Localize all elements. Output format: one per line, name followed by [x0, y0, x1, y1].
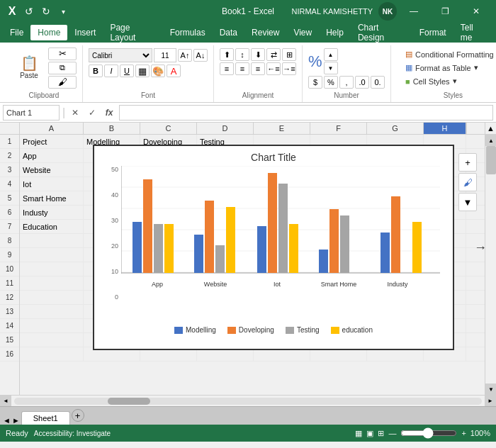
chart-add-element-button[interactable]: + [458, 153, 477, 172]
vertical-scrollbar-top[interactable]: ▲ [485, 123, 496, 134]
number-up-button[interactable]: ▲ [324, 48, 338, 61]
legend-modelling-color [174, 327, 183, 334]
conditional-formatting-button[interactable]: ▤ Conditional Formatting ▾ [401, 48, 496, 60]
scroll-left-button[interactable]: ◄ [0, 396, 11, 407]
menu-view[interactable]: View [286, 25, 319, 40]
indent-increase-button[interactable]: →≡ [282, 62, 296, 75]
align-middle-button[interactable]: ↕ [235, 48, 249, 61]
vertical-scrollbar[interactable]: ▲ ▼ [485, 135, 496, 395]
copy-button[interactable]: ⧉ [48, 62, 77, 74]
font-color-button[interactable]: A [167, 65, 181, 77]
cell-14-1[interactable] [20, 319, 84, 332]
menu-tell-me[interactable]: Tell me [453, 20, 493, 45]
cell-7-1[interactable]: Education [20, 220, 84, 233]
percent-icon: % [308, 52, 322, 71]
paste-button[interactable]: 📋 Paste [11, 53, 47, 82]
sheet-tab-1[interactable]: Sheet1 [21, 411, 70, 425]
normal-view-button[interactable]: ▦ [355, 429, 362, 438]
format-as-table-label: Format as Table [415, 64, 471, 72]
italic-button[interactable]: I [104, 65, 118, 77]
increase-font-button[interactable]: A↑ [178, 49, 192, 62]
redo-button[interactable]: ↻ [40, 5, 52, 18]
menu-page-layout[interactable]: Page Layout [103, 20, 162, 45]
cell-1-1[interactable]: Project [20, 135, 84, 148]
page-break-button[interactable]: ⊞ [378, 429, 384, 438]
menu-file[interactable]: File [3, 25, 30, 40]
menu-home[interactable]: Home [30, 25, 67, 40]
accounting-button[interactable]: $ [308, 76, 322, 89]
cut-button[interactable]: ✂ [48, 47, 77, 60]
decrease-font-button[interactable]: A↓ [193, 49, 208, 62]
wrap-text-button[interactable]: ⇄ [266, 48, 281, 61]
horizontal-scrollbar[interactable]: ◄ ► [0, 395, 496, 406]
minus-zoom-button[interactable]: — [388, 429, 396, 437]
indent-decrease-button[interactable]: ←≡ [266, 62, 281, 75]
cell-16-1[interactable] [20, 347, 84, 361]
row-num-8: 8 [0, 234, 19, 248]
name-box[interactable] [3, 105, 60, 121]
scroll-down-button[interactable]: ▼ [485, 383, 496, 395]
scroll-up-button[interactable]: ▲ [485, 135, 496, 146]
cell-8-1[interactable] [20, 234, 84, 247]
bold-button[interactable]: B [89, 65, 103, 77]
scroll-tab-right[interactable]: ► [12, 416, 20, 425]
plus-zoom-button[interactable]: + [461, 429, 466, 437]
align-bottom-button[interactable]: ⬇ [251, 48, 265, 61]
scroll-right-button[interactable]: ► [485, 396, 496, 407]
merge-button[interactable]: ⊞ [282, 48, 296, 61]
border-button[interactable]: ▦ [135, 65, 150, 77]
font-family-select[interactable]: Calibri [89, 48, 152, 62]
chart-resize-handle[interactable]: → [474, 240, 485, 255]
chart-filter-button[interactable]: ▼ [458, 193, 477, 211]
add-sheet-button[interactable]: + [72, 409, 84, 422]
format-as-table-button[interactable]: ▦ Format as Table ▾ [401, 62, 496, 74]
menu-review[interactable]: Review [244, 25, 286, 40]
font-size-input[interactable] [154, 48, 176, 62]
formula-input[interactable] [119, 105, 493, 121]
formula-function-button[interactable]: fx [102, 106, 116, 120]
menu-chart-design[interactable]: Chart Design [351, 20, 412, 45]
cell-styles-button[interactable]: ■ Cell Styles ▾ [401, 75, 496, 87]
format-painter-button[interactable]: 🖌 [48, 76, 77, 89]
cell-5-1[interactable]: Smart Home [20, 191, 84, 205]
decimal-decrease-button[interactable]: 0. [371, 76, 385, 89]
menu-data[interactable]: Data [213, 25, 244, 40]
cell-12-1[interactable] [20, 291, 84, 304]
page-layout-button[interactable]: ▣ [366, 429, 373, 438]
menu-formulas[interactable]: Formulas [163, 25, 213, 40]
chart-style-button[interactable]: 🖌 [458, 173, 477, 191]
number-down-button[interactable]: ▼ [324, 62, 338, 74]
menu-insert[interactable]: Insert [67, 25, 103, 40]
decimal-increase-button[interactable]: .0 [355, 76, 369, 89]
scroll-tab-left[interactable]: ◄ [3, 416, 11, 425]
comma-button[interactable]: , [339, 76, 354, 89]
scroll-thumb-vertical[interactable] [486, 146, 496, 174]
styles-group: ▤ Conditional Formatting ▾ ▦ Format as T… [391, 45, 496, 102]
menu-help[interactable]: Help [319, 25, 351, 40]
user-avatar[interactable]: NK [378, 2, 397, 21]
zoom-slider[interactable] [400, 427, 457, 439]
undo-button[interactable]: ↺ [23, 5, 35, 18]
align-center-button[interactable]: ≡ [235, 62, 249, 75]
formula-confirm-button[interactable]: ✓ [85, 106, 99, 120]
percent-button[interactable]: % [324, 76, 338, 89]
align-left-button[interactable]: ≡ [220, 62, 234, 75]
cell-15-1[interactable] [20, 333, 84, 347]
cell-9-1[interactable] [20, 248, 84, 262]
formula-cancel-button[interactable]: ✕ [68, 106, 82, 120]
align-right-button[interactable]: ≡ [251, 62, 265, 75]
cell-2-1[interactable]: App [20, 149, 84, 162]
cell-11-1[interactable] [20, 276, 84, 290]
scroll-thumb-horizontal[interactable] [108, 398, 150, 405]
cell-10-1[interactable] [20, 262, 84, 276]
menu-format[interactable]: Format [412, 25, 453, 40]
underline-button[interactable]: U [120, 65, 134, 77]
cell-3-1[interactable]: Website [20, 163, 84, 177]
fill-color-button[interactable]: 🎨 [151, 65, 165, 77]
align-top-button[interactable]: ⬆ [220, 48, 234, 61]
chart-container[interactable]: Chart Title 0 10 20 30 40 50 [93, 145, 454, 350]
cell-13-1[interactable] [20, 305, 84, 318]
cell-6-1[interactable]: Industy [20, 206, 84, 219]
quick-access-more[interactable]: ▾ [57, 5, 69, 18]
cell-4-1[interactable]: Iot [20, 177, 84, 191]
